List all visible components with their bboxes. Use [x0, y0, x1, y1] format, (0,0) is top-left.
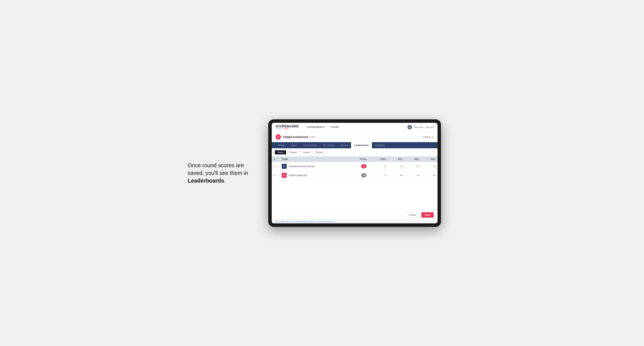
team-name: Clippd College [A] — [288, 174, 307, 177]
col-total: TOTAL — [348, 157, 369, 162]
tablet-screen: SCOREBOARD Powered by clippd TOURNAMENTS… — [272, 123, 438, 223]
annotation-end: . — [224, 177, 226, 184]
sub-tab-players[interactable]: Players — [287, 150, 299, 155]
logo-scoreboard: SCOREBOARD — [276, 125, 299, 128]
sub-tab-teams[interactable]: Teams — [275, 150, 286, 155]
page-wrapper: Once round scores are saved, you'll see … — [188, 119, 456, 227]
total-cell: +3 — [348, 171, 369, 180]
close-icon[interactable]: ✕ — [432, 136, 434, 139]
team-cell: C Clippd College [A] — [280, 171, 348, 180]
rd2-cell: -8 — [405, 171, 421, 180]
sub-tab-scores[interactable]: Scores — [300, 150, 312, 155]
sub-tab-strokes[interactable]: Strokes — [313, 150, 326, 155]
logo-powered: Powered by clippd — [276, 128, 299, 130]
tournament-header: C Clippd Invitational (Men) Cancel ✕ — [272, 132, 438, 142]
col-rank: # — [272, 157, 280, 162]
tournament-title: Clippd Invitational — [283, 135, 308, 139]
save-button[interactable]: Save — [422, 212, 434, 218]
total-cell: -5 — [348, 162, 369, 171]
nav-tournaments[interactable]: TOURNAMENTS — [304, 123, 328, 132]
tab-teams[interactable]: Teams — [288, 142, 300, 148]
sidebar-annotation: Once round scores are saved, you'll see … — [188, 162, 253, 185]
thru-cell: F — [369, 162, 388, 171]
team-name: Scoreboard University [A] — [288, 165, 314, 168]
table-row: 2 C Clippd College [A] +3 F — [272, 171, 438, 180]
rank-cell: 2 — [272, 171, 280, 180]
tab-leaderboards[interactable]: Leaderboards — [351, 142, 372, 148]
col-rd1: RD1 — [388, 157, 405, 162]
annotation-bold: Leaderboards — [188, 177, 224, 184]
tournament-subtitle: (Men) — [309, 136, 316, 138]
top-nav: SCOREBOARD Powered by clippd TOURNAMENTS… — [272, 123, 438, 132]
cancel-button[interactable]: Cancel — [405, 212, 420, 218]
rd3-cell: -6 — [421, 162, 438, 171]
tab-tee-groups[interactable]: Tee Groups — [320, 142, 338, 148]
col-rd3: RD3 — [421, 157, 438, 162]
rd1-cell: -4 — [388, 162, 405, 171]
tab-details[interactable]: Details — [275, 142, 288, 148]
score-badge-gray: +3 — [361, 173, 366, 177]
url-bar: https://stage-blue-coach.stagescoreboard… — [272, 219, 438, 223]
user-name: Test User | — [414, 126, 424, 128]
rd1-cell: +8 — [388, 171, 405, 180]
nav-right: S Test User | Sign out — [408, 125, 434, 130]
cancel-header-button[interactable]: Cancel ✕ — [423, 136, 434, 139]
sub-tabs: Teams Players Scores Strokes — [272, 148, 438, 157]
cancel-label: Cancel — [423, 136, 430, 138]
leaderboard-table: # TEAM TOTAL THRU RD1 RD2 RD3 1 — [272, 157, 438, 180]
url-text: https://stage-blue-coach.stagescoreboard… — [275, 220, 336, 223]
tab-course-setup[interactable]: Course Setup — [300, 142, 320, 148]
tab-printables[interactable]: Printables — [372, 142, 388, 148]
table-body: 1 SU Scoreboard University [A] -5 F — [272, 162, 438, 180]
col-thru: THRU — [369, 157, 388, 162]
tournament-logo: C — [276, 134, 281, 140]
col-rd2: RD2 — [405, 157, 421, 162]
leaderboard-table-wrapper: # TEAM TOTAL THRU RD1 RD2 RD3 1 — [272, 157, 438, 195]
team-logo-c: C — [282, 173, 287, 178]
table-header: # TEAM TOTAL THRU RD1 RD2 RD3 — [272, 157, 438, 162]
table-row: 1 SU Scoreboard University [A] -5 F — [272, 162, 438, 171]
user-avatar: S — [408, 125, 412, 130]
annotation-text: Once round scores are saved, you'll see … — [188, 162, 248, 176]
logo-area: SCOREBOARD Powered by clippd — [276, 125, 299, 130]
modal-footer: Cancel Save — [272, 210, 438, 219]
sign-out-link[interactable]: Sign out — [426, 126, 434, 128]
rd2-cell: +5 — [405, 162, 421, 171]
score-badge-red: -5 — [361, 164, 366, 169]
thru-cell: F — [369, 171, 388, 180]
nav-teams[interactable]: TEAMS — [328, 123, 342, 132]
rd3-cell: +3 — [421, 171, 438, 180]
nav-links: TOURNAMENTS TEAMS — [304, 123, 342, 132]
tablet-frame: SCOREBOARD Powered by clippd TOURNAMENTS… — [268, 119, 441, 227]
content-spacer — [272, 195, 438, 210]
rank-cell: 1 — [272, 162, 280, 171]
col-team: TEAM — [280, 157, 348, 162]
tab-nav: Details Teams Course Setup Tee Groups Re… — [272, 142, 438, 148]
team-cell: SU Scoreboard University [A] — [280, 162, 348, 171]
tab-results[interactable]: Results — [338, 142, 351, 148]
team-logo-su: SU — [282, 164, 287, 169]
